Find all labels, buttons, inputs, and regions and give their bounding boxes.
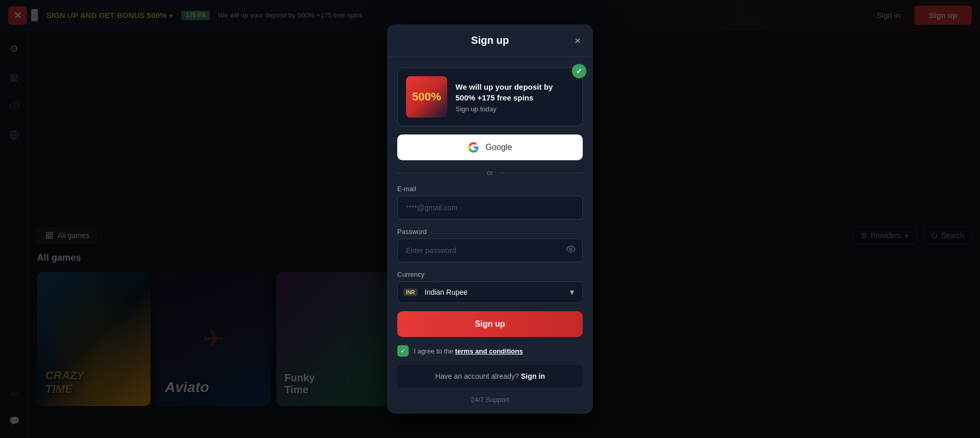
signup-submit-button[interactable]: Sign up	[397, 311, 583, 337]
modal-header: Sign up	[387, 24, 593, 57]
divider: or	[397, 169, 583, 177]
currency-select[interactable]: Indian Rupee US Dollar Euro	[397, 281, 583, 303]
terms-checkbox[interactable]: ✓	[397, 345, 409, 357]
signup-modal: Sign up 500% We will up your deposit by …	[387, 24, 593, 414]
currency-form-group: Currency INR Indian Rupee US Dollar Euro…	[397, 271, 583, 303]
currency-label: Currency	[397, 271, 583, 278]
password-form-group: Password	[397, 228, 583, 262]
terms-link[interactable]: terms and conditions	[455, 347, 522, 355]
terms-text: I agree to the terms and conditions	[414, 347, 523, 355]
email-input[interactable]	[397, 196, 583, 220]
close-icon	[573, 37, 582, 45]
email-form-group: E-mail	[397, 185, 583, 220]
currency-badge: INR	[403, 289, 417, 296]
modal-body: 500% We will up your deposit by 500% +17…	[387, 57, 593, 414]
terms-row: ✓ I agree to the terms and conditions	[397, 345, 583, 357]
google-icon	[468, 142, 479, 153]
currency-wrapper: INR Indian Rupee US Dollar Euro ▼	[397, 281, 583, 303]
google-button-label: Google	[485, 143, 512, 152]
password-input[interactable]	[397, 239, 583, 262]
password-wrapper	[397, 239, 583, 262]
google-signin-button[interactable]: Google	[397, 134, 583, 160]
promo-banner: 500% We will up your deposit by 500% +17…	[397, 68, 583, 126]
password-label: Password	[397, 228, 583, 235]
modal-title: Sign up	[471, 35, 509, 46]
have-account-signin-link[interactable]: Sign in	[521, 372, 545, 380]
svg-point-13	[570, 248, 572, 250]
support-row[interactable]: 24/7 Support	[397, 396, 583, 403]
promo-check-icon: ✓	[572, 64, 586, 78]
modal-close-button[interactable]	[570, 33, 585, 48]
have-account-row: Have an account already? Sign in	[397, 365, 583, 388]
have-account-text: Have an account already?	[435, 372, 519, 380]
email-label: E-mail	[397, 185, 583, 193]
promo-text: We will up your deposit by 500% +175 fre…	[455, 81, 574, 113]
promo-image: 500%	[406, 76, 447, 117]
promo-headline: We will up your deposit by 500% +175 fre…	[455, 81, 574, 103]
promo-subtext: Sign up today	[455, 105, 574, 113]
divider-text: or	[487, 169, 493, 177]
modal-overlay[interactable]: Sign up 500% We will up your deposit by …	[0, 0, 980, 438]
eye-icon[interactable]	[566, 245, 576, 257]
